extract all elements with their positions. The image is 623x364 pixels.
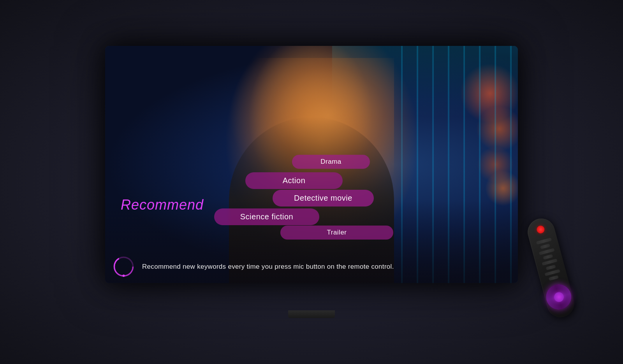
remote-btn-1[interactable] xyxy=(536,238,552,245)
remote-btn-6[interactable] xyxy=(546,265,556,270)
info-text: Recommend new keywords every time you pr… xyxy=(142,263,394,271)
tv-screen: Recommend Drama Action Detective movie S… xyxy=(105,46,518,283)
keyword-pill-drama[interactable]: Drama xyxy=(292,155,370,169)
keywords-area: Drama Action Detective movie Science fic… xyxy=(214,155,448,240)
tv-stand xyxy=(288,310,335,318)
remote-btn-4[interactable] xyxy=(543,254,553,260)
recommend-label: Recommend xyxy=(121,197,204,213)
remote-nav-ring[interactable] xyxy=(543,282,574,313)
remote-body xyxy=(524,215,577,320)
keyword-pill-detective-movie[interactable]: Detective movie xyxy=(273,190,374,206)
info-bar: Recommend new keywords every time you pr… xyxy=(113,256,510,277)
keyword-pill-trailer[interactable]: Trailer xyxy=(280,226,393,240)
svg-point-2 xyxy=(123,275,125,277)
tv-container: Recommend Drama Action Detective movie S… xyxy=(105,46,518,318)
remote-power-button[interactable] xyxy=(536,225,545,234)
remote-buttons-area xyxy=(533,237,565,282)
keyword-pill-action[interactable]: Action xyxy=(245,172,343,189)
remote-btn-5[interactable] xyxy=(542,259,558,266)
keyword-pill-science-fiction[interactable]: Science fiction xyxy=(214,208,319,225)
mic-icon xyxy=(113,256,134,277)
remote-btn-2[interactable] xyxy=(540,244,550,249)
remote-btn-3[interactable] xyxy=(539,248,554,255)
remote-btn-8[interactable] xyxy=(549,275,559,281)
remote-btn-7[interactable] xyxy=(544,269,560,276)
